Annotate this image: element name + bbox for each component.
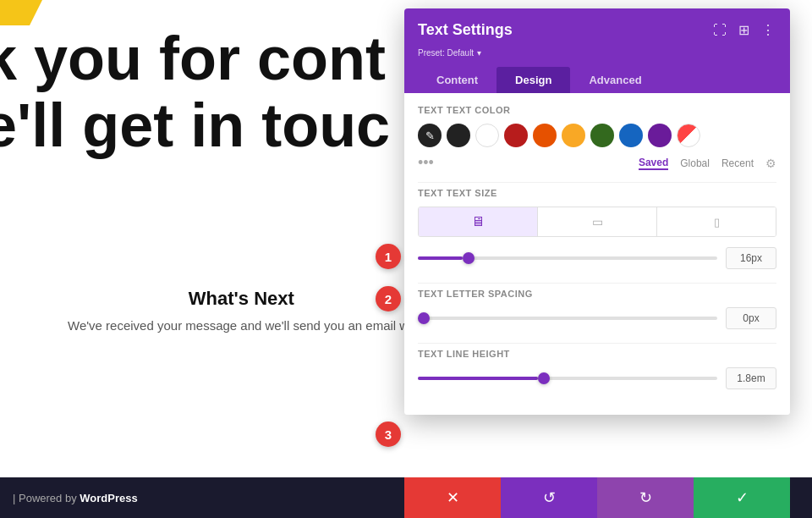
device-tabs: 🖥 ▭ ▯ (418, 207, 776, 237)
line-height-slider-value[interactable] (726, 367, 776, 389)
panel-body: Text Text Color ✎ ••• Saved Global Recen… (404, 93, 790, 415)
cancel-button[interactable]: ✕ (404, 477, 501, 518)
undo-icon: ↺ (543, 488, 556, 507)
device-tab-mobile[interactable]: ▯ (657, 207, 776, 236)
eyedropper-icon: ✎ (425, 130, 435, 142)
color-gear-icon[interactable]: ⚙ (765, 157, 776, 170)
size-slider-row (418, 247, 776, 269)
separator-1 (418, 182, 776, 183)
color-section-label: Text Text Color (418, 105, 776, 115)
panel-header: Text Settings ⛶ ⊞ ⋮ Preset: Default ▾ Co… (404, 8, 790, 93)
save-icon: ✓ (736, 488, 749, 507)
letter-spacing-slider-row (418, 307, 776, 329)
line-height-section-label: Text Line Height (418, 349, 776, 359)
color-picker-swatch[interactable]: ✎ (418, 124, 442, 147)
line-height-slider-track[interactable] (418, 377, 717, 380)
color-tab-saved[interactable]: Saved (639, 157, 668, 170)
hero-text: k you for cont e'll get in touc (0, 25, 390, 159)
received-text: We've received your message and we'll se… (68, 318, 415, 333)
color-swatch-yellow[interactable] (562, 124, 585, 147)
redo-button[interactable]: ↻ (597, 477, 694, 518)
line-height-slider-row (418, 367, 776, 389)
tab-design[interactable]: Design (497, 67, 570, 93)
tablet-icon: ▭ (592, 215, 603, 229)
line-height-slider-fill (418, 377, 538, 380)
size-slider-fill (418, 256, 463, 260)
tab-advanced[interactable]: Advanced (570, 67, 660, 93)
tab-content[interactable]: Content (418, 67, 497, 93)
line-height-slider-thumb[interactable] (538, 372, 550, 384)
color-swatch-green[interactable] (590, 124, 614, 147)
color-swatch-white[interactable] (475, 124, 499, 147)
panel-preset-label: Preset: Default (418, 48, 474, 58)
color-tab-recent[interactable]: Recent (721, 157, 754, 169)
size-slider-track[interactable] (418, 256, 717, 260)
separator-3 (418, 343, 776, 344)
color-tab-global[interactable]: Global (680, 157, 710, 169)
panel-more-icon[interactable]: ⋮ (760, 20, 776, 40)
letter-spacing-slider-track[interactable] (418, 317, 717, 320)
color-swatch-darkred[interactable] (504, 124, 528, 147)
redo-icon: ↻ (639, 488, 652, 507)
color-swatch-purple[interactable] (648, 124, 672, 147)
step-circle-3: 3 (376, 422, 401, 447)
footer-prefix: | Powered by (13, 492, 77, 504)
panel-columns-icon[interactable]: ⊞ (737, 20, 751, 40)
footer-brand: WordPress (80, 492, 137, 504)
letter-spacing-section-label: Text Letter Spacing (418, 289, 776, 299)
color-swatch-row: ✎ (418, 124, 776, 147)
panel-title: Text Settings (418, 21, 513, 39)
yellow-accent-bar (0, 0, 42, 25)
text-settings-panel: Text Settings ⛶ ⊞ ⋮ Preset: Default ▾ Co… (404, 8, 790, 415)
letter-spacing-slider-value[interactable] (726, 307, 776, 329)
mobile-icon: ▯ (714, 216, 720, 229)
size-section-label: Text Text Size (418, 188, 776, 198)
color-swatch-blue[interactable] (619, 124, 643, 147)
cancel-icon: ✕ (447, 488, 459, 507)
separator-2 (418, 283, 776, 284)
undo-button[interactable]: ↺ (501, 477, 597, 518)
desktop-icon: 🖥 (471, 214, 485, 229)
panel-expand-icon[interactable]: ⛶ (711, 21, 728, 40)
save-button[interactable]: ✓ (694, 477, 790, 518)
device-tab-desktop[interactable]: 🖥 (419, 207, 538, 236)
middle-section: What's Next We've received your message … (68, 288, 415, 333)
panel-tabs: Content Design Advanced (418, 67, 776, 93)
whats-next-title: What's Next (68, 288, 415, 310)
letter-spacing-slider-thumb[interactable] (418, 312, 430, 324)
panel-title-row: Text Settings ⛶ ⊞ ⋮ (418, 20, 776, 40)
step-circle-2: 2 (376, 286, 401, 311)
panel-preset[interactable]: Preset: Default ▾ (418, 47, 776, 58)
panel-icons: ⛶ ⊞ ⋮ (711, 20, 776, 40)
size-slider-value[interactable] (726, 247, 776, 269)
action-bar: ✕ ↺ ↻ ✓ (404, 477, 790, 518)
color-swatch-black[interactable] (447, 124, 470, 147)
chevron-down-icon: ▾ (477, 48, 481, 58)
step-circle-1: 1 (376, 244, 401, 269)
color-swatch-striped[interactable] (677, 124, 700, 147)
color-swatch-orange[interactable] (533, 124, 557, 147)
size-slider-thumb[interactable] (463, 252, 475, 264)
device-tab-tablet[interactable]: ▭ (538, 207, 657, 236)
more-colors-dots[interactable]: ••• (418, 154, 434, 172)
